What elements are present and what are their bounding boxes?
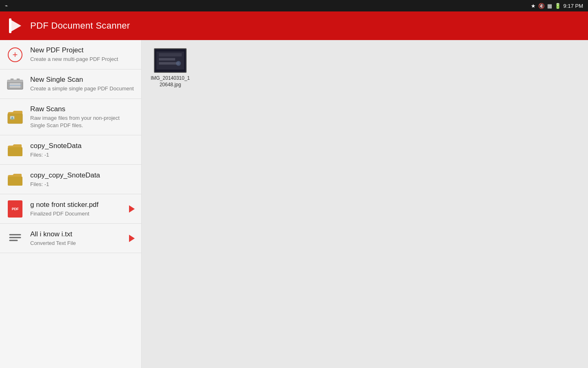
sidebar-item-copy-snote-data[interactable]: copy_SnoteData Files: -1: [0, 135, 141, 165]
sidebar-item-pdf-file[interactable]: PDF g note front sticker.pdf Finalized P…: [0, 194, 141, 224]
svg-rect-1: [9, 18, 11, 33]
usb-icon: ⌁: [5, 3, 8, 9]
new-single-scan-subtitle: Create a simple single page PDF Document: [30, 85, 135, 92]
status-bar-left: ⌁: [5, 3, 8, 9]
top-bar: PDF Document Scanner: [0, 11, 588, 40]
new-pdf-project-icon: +: [7, 46, 24, 63]
app-title: PDF Document Scanner: [30, 20, 130, 31]
svg-rect-20: [159, 58, 175, 61]
svg-rect-19: [159, 53, 182, 56]
svg-rect-13: [8, 177, 22, 186]
main-layout: + New PDF Project Create a new multi-pag…: [0, 40, 588, 368]
status-bar-right: ★ 🔇 ▦ 🔋 9:17 PM: [531, 3, 583, 9]
copy-snote-title: copy_SnoteData: [30, 141, 135, 150]
copy-copy-snote-title: copy_copy_SnoteData: [30, 171, 135, 180]
pdf-file-title: g note front sticker.pdf: [30, 200, 122, 209]
txt-file-subtitle: Converted Text File: [30, 240, 122, 247]
svg-marker-0: [10, 19, 21, 32]
copy-snote-subtitle: Files: -1: [30, 151, 135, 159]
scanner-icon: [7, 76, 24, 93]
svg-rect-5: [11, 78, 14, 80]
copy-copy-snote-subtitle: Files: -1: [30, 181, 135, 188]
file-thumbnail-jpg: [154, 48, 187, 73]
folder-icon-2: [7, 171, 24, 188]
file-item-jpg[interactable]: IMG_20140310_120648.jpg: [150, 48, 191, 88]
svg-point-22: [176, 61, 181, 66]
raw-scans-subtitle: Raw image files from your non-project Si…: [30, 114, 135, 129]
txt-share-button[interactable]: [129, 235, 135, 242]
bluetooth-icon: ★: [531, 3, 536, 9]
svg-rect-12: [8, 147, 22, 156]
pdf-file-icon: PDF: [7, 200, 24, 218]
svg-rect-4: [7, 80, 23, 82]
new-pdf-project-subtitle: Create a new multi-page PDF Project: [30, 56, 135, 63]
sidebar-item-txt-file[interactable]: All i know i.txt Converted Text File: [0, 224, 141, 253]
pdf-share-button[interactable]: [129, 205, 135, 213]
app-logo: [7, 17, 24, 35]
status-bar: ⌁ ★ 🔇 ▦ 🔋 9:17 PM: [0, 0, 588, 11]
raw-scans-icon: [7, 108, 24, 126]
sidebar-item-copy-copy-snote-data[interactable]: copy_copy_SnoteData Files: -1: [0, 165, 141, 194]
pdf-file-subtitle: Finalized PDF Document: [30, 210, 122, 218]
muted-icon: 🔇: [538, 3, 545, 9]
file-name-jpg: IMG_20140310_120648.jpg: [150, 75, 191, 88]
txt-file-icon: [7, 230, 24, 247]
sidebar: + New PDF Project Create a new multi-pag…: [0, 40, 142, 368]
signal-icon: ▦: [547, 3, 552, 9]
file-grid: IMG_20140310_120648.jpg: [150, 48, 580, 88]
content-area: IMG_20140310_120648.jpg: [142, 40, 588, 368]
new-single-scan-title: New Single Scan: [30, 75, 135, 84]
folder-icon-1: [7, 141, 24, 159]
sidebar-item-raw-scans[interactable]: Raw Scans Raw image files from your non-…: [0, 99, 141, 135]
txt-file-title: All i know i.txt: [30, 230, 122, 239]
sidebar-item-new-single-scan[interactable]: New Single Scan Create a simple single p…: [0, 70, 141, 99]
svg-rect-8: [8, 114, 22, 123]
svg-rect-6: [17, 78, 20, 80]
new-pdf-project-title: New PDF Project: [30, 46, 135, 55]
raw-scans-title: Raw Scans: [30, 105, 135, 114]
battery-icon: 🔋: [555, 3, 561, 9]
sidebar-item-new-pdf-project[interactable]: + New PDF Project Create a new multi-pag…: [0, 40, 141, 70]
time-display: 9:17 PM: [564, 3, 583, 9]
